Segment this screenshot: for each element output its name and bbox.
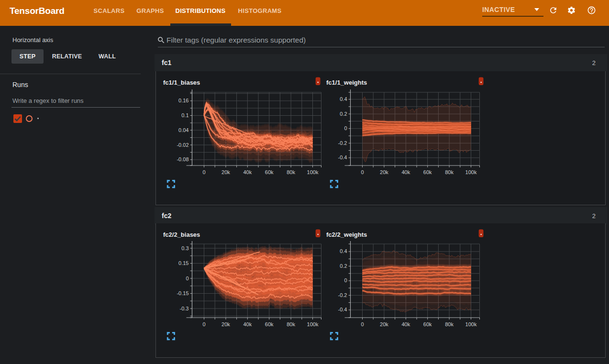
- svg-text:0: 0: [361, 321, 364, 327]
- svg-text:20k: 20k: [221, 169, 230, 175]
- svg-text:0.15: 0.15: [178, 260, 188, 266]
- svg-text:40k: 40k: [401, 169, 410, 175]
- svg-text:60k: 60k: [423, 321, 432, 327]
- svg-text:-0.08: -0.08: [177, 156, 188, 162]
- svg-text:80k: 80k: [445, 321, 454, 327]
- svg-text:-0.2: -0.2: [338, 140, 347, 146]
- svg-text:0: 0: [202, 321, 205, 327]
- svg-text:0.3: 0.3: [181, 245, 188, 251]
- svg-text:80k: 80k: [445, 169, 454, 175]
- svg-text:-0.4: -0.4: [338, 307, 347, 312]
- svg-text:20k: 20k: [380, 169, 388, 175]
- svg-text:0.2: 0.2: [340, 111, 347, 117]
- svg-text:fc1/1_biases: fc1/1_biases: [163, 79, 200, 86]
- svg-text:40k: 40k: [243, 321, 252, 327]
- svg-text:100k: 100k: [465, 321, 477, 327]
- svg-text:0.2: 0.2: [340, 263, 347, 269]
- svg-text:0: 0: [344, 125, 347, 131]
- svg-text:60k: 60k: [265, 321, 274, 327]
- svg-text:fc1/1_weights: fc1/1_weights: [326, 79, 367, 86]
- svg-text:-0.3: -0.3: [180, 306, 189, 311]
- svg-text:0: 0: [186, 276, 188, 281]
- svg-text:0.1: 0.1: [181, 112, 188, 118]
- svg-text:60k: 60k: [423, 169, 432, 175]
- svg-text:100k: 100k: [307, 169, 319, 175]
- svg-text:20k: 20k: [380, 321, 388, 327]
- svg-text:80k: 80k: [287, 321, 295, 327]
- svg-text:fc2/2_biases: fc2/2_biases: [163, 231, 200, 238]
- svg-text:-0.02: -0.02: [177, 142, 188, 148]
- svg-text:40k: 40k: [401, 321, 410, 327]
- svg-text:0.4: 0.4: [340, 96, 347, 102]
- svg-text:0.04: 0.04: [178, 127, 188, 133]
- svg-text:0: 0: [202, 169, 205, 175]
- svg-text:0.16: 0.16: [178, 98, 188, 103]
- svg-text:0: 0: [361, 169, 364, 175]
- svg-text:60k: 60k: [265, 169, 274, 175]
- svg-text:0.4: 0.4: [340, 248, 347, 254]
- svg-text:-0.4: -0.4: [338, 154, 347, 160]
- svg-text:100k: 100k: [465, 169, 477, 175]
- svg-text:100k: 100k: [307, 321, 319, 327]
- svg-text:20k: 20k: [221, 321, 230, 327]
- svg-text:80k: 80k: [287, 169, 295, 175]
- svg-text:40k: 40k: [243, 169, 252, 175]
- svg-text:-0.2: -0.2: [338, 292, 347, 298]
- svg-text:0: 0: [344, 277, 347, 283]
- svg-text:fc2/2_weights: fc2/2_weights: [326, 231, 367, 238]
- svg-text:-0.15: -0.15: [177, 290, 188, 296]
